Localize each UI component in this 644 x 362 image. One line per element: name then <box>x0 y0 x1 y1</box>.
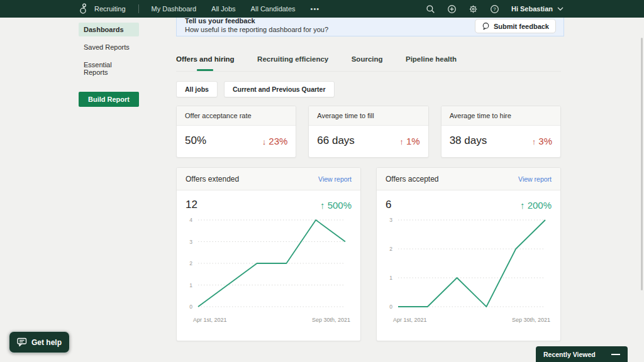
metric-delta-value: 23% <box>269 136 287 146</box>
svg-text:4: 4 <box>189 217 192 223</box>
vertical-scrollbar[interactable] <box>641 38 643 290</box>
greenhouse-logo-icon[interactable] <box>79 3 88 14</box>
tab-pipeline-health[interactable]: Pipeline health <box>406 55 457 63</box>
report-total-value: 12 <box>186 199 197 211</box>
user-menu[interactable]: Hi Sebastian <box>511 5 564 13</box>
line-chart-offers-accepted: 0123 <box>377 212 560 315</box>
recently-viewed-label: Recently Viewed <box>543 351 596 358</box>
filter-date-range[interactable]: Current and Previous Quarter <box>224 81 335 97</box>
svg-text:?: ? <box>493 6 496 12</box>
sidebar-item-dashboards[interactable]: Dashboards <box>79 23 139 36</box>
svg-text:2: 2 <box>189 260 192 266</box>
report-delta-value: 500% <box>328 200 352 211</box>
search-icon[interactable] <box>426 4 435 14</box>
tab-offers-and-hiring-label: Offers and hiring <box>176 55 235 63</box>
chat-bubble-icon <box>17 337 27 347</box>
nav-divider <box>138 4 139 13</box>
add-icon[interactable] <box>447 4 457 14</box>
settings-gear-icon[interactable] <box>469 4 478 14</box>
help-icon[interactable]: ? <box>490 4 499 14</box>
filter-chips: All jobs Current and Previous Quarter <box>176 81 335 97</box>
submit-feedback-button[interactable]: Submit feedback <box>475 19 556 33</box>
chart-canvas: 0123 <box>380 214 552 313</box>
top-navbar: Recruiting My Dashboard All Jobs All Can… <box>0 0 644 18</box>
metric-value: 38 days <box>450 134 487 147</box>
user-greeting-label: Hi Sebastian <box>511 5 553 13</box>
tab-recruiting-efficiency[interactable]: Recruiting efficiency <box>257 55 328 63</box>
nav-brand-label: Recruiting <box>94 5 126 13</box>
metric-delta-value: 1% <box>406 136 420 146</box>
recently-viewed-bar[interactable]: Recently Viewed <box>536 346 628 362</box>
chart-canvas: 01234 <box>180 214 352 313</box>
report-delta: ↑ 500% <box>320 200 352 211</box>
nav-link-all-candidates[interactable]: All Candidates <box>251 5 296 13</box>
line-chart-offers-extended: 01234 <box>177 212 360 315</box>
view-report-link[interactable]: View report <box>318 175 352 183</box>
down-arrow-icon: ↓ <box>262 137 267 146</box>
active-tab-underline <box>197 69 213 71</box>
up-arrow-icon: ↑ <box>320 200 325 211</box>
get-help-button[interactable]: Get help <box>9 331 70 353</box>
metric-title: Offer acceptance rate <box>177 106 296 126</box>
tab-sourcing[interactable]: Sourcing <box>352 55 383 63</box>
svg-text:0: 0 <box>389 304 392 310</box>
metric-cards-row: Offer acceptance rate 50% ↓ 23% Average … <box>176 106 561 158</box>
view-report-link[interactable]: View report <box>518 175 552 183</box>
feedback-bubble-icon <box>482 22 490 30</box>
report-delta: ↑ 200% <box>520 200 552 211</box>
metric-title: Average time to fill <box>309 106 428 126</box>
dashboard-tabs: Offers and hiring Recruiting efficiency … <box>176 53 561 72</box>
metric-card-time-to-fill: Average time to fill 66 days ↑ 1% <box>308 106 428 158</box>
x-axis-start-label: Apr 1st, 2021 <box>193 317 227 323</box>
metric-delta: ↑ 1% <box>399 136 419 146</box>
nav-link-my-dashboard[interactable]: My Dashboard <box>152 5 197 13</box>
report-card-offers-extended: Offers extended View report 12 ↑ 500% 01… <box>176 167 361 341</box>
svg-text:1: 1 <box>189 282 192 288</box>
report-card-offers-accepted: Offers accepted View report 6 ↑ 200% 012… <box>376 167 561 341</box>
sidebar-item-essential-reports[interactable]: Essential Reports <box>79 58 139 79</box>
metric-delta: ↑ 3% <box>532 136 552 146</box>
nav-overflow-menu[interactable]: ••• <box>311 5 320 13</box>
svg-text:1: 1 <box>389 275 392 281</box>
metric-delta: ↓ 23% <box>262 136 288 146</box>
up-arrow-icon: ↑ <box>532 137 536 146</box>
filter-all-jobs[interactable]: All jobs <box>176 81 218 97</box>
sidebar-item-saved-reports[interactable]: Saved Reports <box>79 40 139 54</box>
submit-feedback-label: Submit feedback <box>494 23 549 30</box>
x-axis-start-label: Apr 1st, 2021 <box>393 317 427 323</box>
metric-value: 66 days <box>317 134 355 147</box>
get-help-label: Get help <box>31 338 62 347</box>
report-title: Offers accepted <box>386 175 439 184</box>
svg-text:3: 3 <box>189 239 192 245</box>
x-axis-end-label: Sep 30th, 2021 <box>512 317 550 323</box>
tab-offers-and-hiring[interactable]: Offers and hiring <box>176 55 235 63</box>
up-arrow-icon: ↑ <box>399 137 404 146</box>
x-axis-end-label: Sep 30th, 2021 <box>312 317 350 323</box>
up-arrow-icon: ↑ <box>520 200 525 211</box>
metric-card-offer-acceptance: Offer acceptance rate 50% ↓ 23% <box>176 106 296 158</box>
reports-sidebar: Dashboards Saved Reports Essential Repor… <box>79 23 139 107</box>
metric-delta-value: 3% <box>538 136 552 146</box>
report-delta-value: 200% <box>528 200 552 211</box>
report-total-value: 6 <box>386 199 391 211</box>
minimize-icon[interactable] <box>611 354 620 355</box>
svg-text:0: 0 <box>189 304 192 310</box>
report-title: Offers extended <box>186 175 239 184</box>
build-report-button[interactable]: Build Report <box>79 92 139 107</box>
chevron-down-icon <box>557 7 564 11</box>
metric-title: Average time to hire <box>441 106 560 126</box>
svg-text:2: 2 <box>389 246 392 252</box>
metric-card-time-to-hire: Average time to hire 38 days ↑ 3% <box>441 106 561 158</box>
svg-text:3: 3 <box>389 217 392 223</box>
report-cards-row: Offers extended View report 12 ↑ 500% 01… <box>176 167 561 341</box>
metric-value: 50% <box>185 134 206 147</box>
nav-link-all-jobs[interactable]: All Jobs <box>211 5 236 13</box>
